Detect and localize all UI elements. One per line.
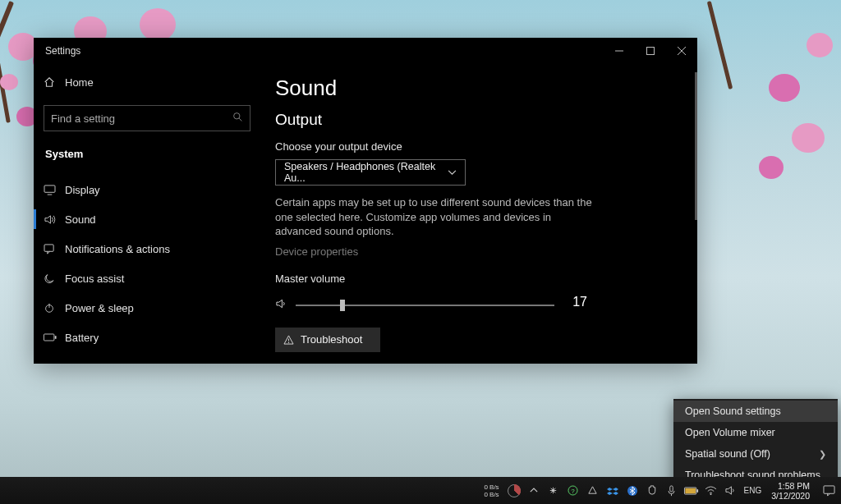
sidebar-item-display[interactable]: Display xyxy=(44,175,250,204)
taskbar[interactable]: 0 B/s 0 B/s ? ENG 1:58 PM 3/12/2020 xyxy=(0,477,841,504)
output-device-value: Speakers / Headphones (Realtek Au... xyxy=(284,161,448,184)
svg-rect-11 xyxy=(44,334,53,341)
sidebar-item-label: Display xyxy=(65,184,100,196)
window-title: Settings xyxy=(45,45,80,57)
svg-text:?: ? xyxy=(571,488,575,495)
warning-icon xyxy=(283,335,294,345)
focus-assist-icon xyxy=(44,273,65,284)
titlebar[interactable]: Settings xyxy=(34,38,697,64)
tray-time: 1:58 PM xyxy=(778,481,810,491)
minimize-button[interactable] xyxy=(604,38,635,64)
volume-thumb[interactable] xyxy=(340,300,345,311)
system-tray: 0 B/s 0 B/s ? ENG 1:58 PM 3/12/2020 xyxy=(484,477,841,504)
context-item-open-volume-mixer[interactable]: Open Volume mixer xyxy=(673,422,838,443)
svg-rect-24 xyxy=(685,488,696,493)
sidebar: Home Find a setting System Display Sound xyxy=(34,64,260,364)
sidebar-item-sound[interactable]: Sound xyxy=(44,204,250,234)
svg-rect-6 xyxy=(44,185,55,191)
sidebar-item-label: Focus assist xyxy=(65,273,124,285)
output-device-dropdown[interactable]: Speakers / Headphones (Realtek Au... xyxy=(275,159,466,186)
troubleshoot-label: Troubleshoot xyxy=(301,333,362,346)
tray-volume-icon[interactable] xyxy=(724,484,738,497)
output-device-label: Choose your output device xyxy=(275,140,682,153)
maximize-button[interactable] xyxy=(635,38,666,64)
close-button[interactable] xyxy=(666,38,697,64)
sidebar-item-label: Battery xyxy=(65,332,99,344)
home-nav[interactable]: Home xyxy=(44,67,250,97)
home-icon xyxy=(44,76,65,88)
page-title: Sound xyxy=(275,76,682,101)
context-item-spatial-sound[interactable]: Spatial sound (Off) ❯ xyxy=(673,443,838,465)
context-item-label: Spatial sound (Off) xyxy=(685,448,770,460)
svg-rect-25 xyxy=(696,489,698,493)
search-input[interactable]: Find a setting xyxy=(44,105,250,131)
tray-dropbox-icon[interactable] xyxy=(606,484,619,497)
tray-microphone-icon[interactable] xyxy=(665,484,678,497)
tray-app-icon-1[interactable] xyxy=(547,484,560,497)
svg-point-26 xyxy=(710,493,712,495)
sidebar-item-notifications[interactable]: Notifications & actions xyxy=(44,234,250,263)
chevron-right-icon: ❯ xyxy=(819,449,826,460)
section-heading: System xyxy=(45,148,250,160)
settings-window: Settings Home Find a set xyxy=(34,38,697,364)
context-item-label: Open Sound settings xyxy=(685,405,781,417)
troubleshoot-button[interactable]: Troubleshoot xyxy=(275,328,380,352)
tray-clock[interactable]: 1:58 PM 3/12/2020 xyxy=(771,481,810,501)
content-area: Sound Output Choose your output device S… xyxy=(260,64,697,364)
section-title: Output xyxy=(275,111,682,129)
tray-power-icon[interactable] xyxy=(646,484,659,497)
context-item-label: Open Volume mixer xyxy=(685,427,775,438)
desktop: Settings Home Find a set xyxy=(0,0,841,504)
device-properties-link[interactable]: Device properties xyxy=(275,245,682,258)
battery-icon xyxy=(44,333,65,341)
home-label: Home xyxy=(65,76,94,89)
speaker-icon xyxy=(275,298,287,313)
tray-action-center-icon[interactable] xyxy=(821,484,836,497)
manage-sound-devices-link[interactable]: Manage sound devices xyxy=(275,362,682,364)
network-speed-indicator[interactable]: 0 B/s 0 B/s xyxy=(484,483,499,498)
svg-line-5 xyxy=(239,118,241,121)
sound-icon xyxy=(44,214,65,225)
master-volume-label: Master volume xyxy=(275,273,682,285)
svg-point-4 xyxy=(234,113,240,119)
wallpaper-flowers-right xyxy=(718,0,841,213)
search-placeholder: Find a setting xyxy=(51,112,232,125)
tray-app-icon-2[interactable] xyxy=(586,484,600,497)
output-description: Certain apps may be set up to use differ… xyxy=(275,195,595,239)
context-item-open-sound-settings[interactable]: Open Sound settings xyxy=(673,401,838,422)
search-icon xyxy=(232,112,243,125)
master-volume-slider[interactable] xyxy=(275,298,554,313)
tray-battery-icon[interactable] xyxy=(685,484,698,497)
display-icon xyxy=(44,185,65,195)
sidebar-item-label: Sound xyxy=(65,213,96,226)
power-icon xyxy=(44,302,65,314)
tray-date: 3/12/2020 xyxy=(771,491,810,501)
sidebar-item-focus-assist[interactable]: Focus assist xyxy=(44,263,250,293)
svg-rect-27 xyxy=(823,485,834,493)
svg-rect-12 xyxy=(55,336,57,339)
notifications-icon xyxy=(44,244,65,254)
tray-wifi-icon[interactable] xyxy=(705,484,718,497)
master-volume-value: 17 xyxy=(563,295,587,309)
svg-rect-1 xyxy=(647,48,655,55)
tray-chevron-up-icon[interactable] xyxy=(527,484,540,497)
tray-disk-usage-icon[interactable] xyxy=(508,484,521,497)
tray-sound-context-menu: Open Sound settings Open Volume mixer Sp… xyxy=(673,399,838,488)
sidebar-item-label: Power & sleep xyxy=(65,302,134,314)
svg-point-14 xyxy=(288,341,289,342)
svg-rect-22 xyxy=(670,485,673,491)
tray-bluetooth-icon[interactable] xyxy=(626,484,639,497)
svg-rect-8 xyxy=(44,244,53,250)
tray-language[interactable]: ENG xyxy=(744,486,762,495)
sidebar-item-battery[interactable]: Battery xyxy=(44,323,250,352)
tray-help-icon[interactable]: ? xyxy=(567,484,580,497)
sidebar-item-label: Notifications & actions xyxy=(65,243,170,255)
sidebar-item-power-sleep[interactable]: Power & sleep xyxy=(44,293,250,323)
chevron-down-icon xyxy=(448,167,457,178)
